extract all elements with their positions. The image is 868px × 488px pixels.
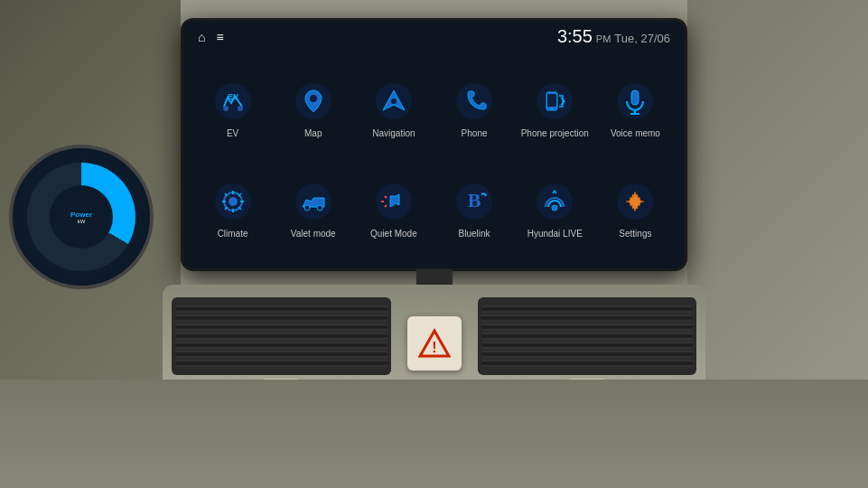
status-left: ⌂ ≡ <box>198 30 224 44</box>
phone-projection-icon <box>531 78 578 125</box>
vent-slat <box>175 342 387 349</box>
app-item-climate[interactable]: Climate <box>194 161 271 258</box>
left-vent-group <box>172 297 391 375</box>
screen-bezel: ⌂ ≡ 3:55 PM Tue, 27/06 EV <box>181 18 687 271</box>
phone-projection-label: Phone projection <box>521 128 589 139</box>
phone-label: Phone <box>462 128 488 139</box>
app-item-ev[interactable]: EV EV <box>194 60 271 157</box>
gauge-label: Power <box>70 211 92 219</box>
settings-label: Settings <box>619 229 651 239</box>
screen: ⌂ ≡ 3:55 PM Tue, 27/06 EV <box>183 21 685 268</box>
ev-icon: EV <box>210 78 257 125</box>
valet-mode-label: Valet mode <box>291 229 336 239</box>
hyundai-live-icon <box>531 178 578 225</box>
map-icon <box>290 78 337 125</box>
app-item-valet-mode[interactable]: Valet mode <box>275 161 351 258</box>
vent-slat <box>175 314 387 322</box>
app-item-voice-memo[interactable]: Voice memo <box>597 60 674 157</box>
gauge-unit: kW <box>78 219 86 224</box>
vent-slat <box>481 305 694 313</box>
voice-memo-icon <box>611 78 658 125</box>
bottom-console <box>0 380 868 488</box>
bluelink-label: Bluelink <box>459 229 490 239</box>
vent-slat <box>175 351 387 358</box>
svg-text:!: ! <box>432 340 436 355</box>
vent-slat <box>175 333 387 340</box>
svg-point-2 <box>223 106 229 111</box>
app-item-bluelink[interactable]: B Bluelink <box>435 161 512 258</box>
svg-point-31 <box>552 205 557 211</box>
svg-text:B: B <box>468 189 481 211</box>
ev-label: EV <box>227 128 238 139</box>
navigation-label: Navigation <box>372 128 415 139</box>
hazard-button[interactable]: ! <box>407 316 462 371</box>
vent-slat <box>481 333 694 340</box>
svg-point-23 <box>317 205 322 211</box>
svg-point-20 <box>229 197 238 206</box>
vent-slat <box>175 360 387 367</box>
svg-rect-12 <box>547 94 556 107</box>
hazard-area: ! <box>398 316 471 371</box>
navigation-icon <box>370 78 417 125</box>
voice-memo-label: Voice memo <box>611 128 660 139</box>
svg-line-26 <box>385 205 387 207</box>
svg-point-5 <box>310 95 317 102</box>
app-grid: EV EV <box>183 52 685 268</box>
bluelink-icon: B <box>451 178 498 225</box>
date-value: Tue, 27/06 <box>614 32 670 45</box>
app-item-navigation[interactable]: Navigation <box>355 60 432 157</box>
phone-icon <box>451 78 498 125</box>
status-bar: ⌂ ≡ 3:55 PM Tue, 27/06 <box>183 21 685 52</box>
svg-point-9 <box>456 83 492 119</box>
svg-point-22 <box>304 205 310 211</box>
app-item-settings[interactable]: Settings <box>597 161 674 258</box>
vent-slat <box>175 305 387 313</box>
svg-line-25 <box>385 196 387 198</box>
vent-slat <box>481 351 694 358</box>
map-label: Map <box>304 128 322 139</box>
app-item-quiet-mode[interactable]: Quiet Mode <box>355 161 432 258</box>
quiet-mode-label: Quiet Mode <box>370 229 417 239</box>
vent-slat <box>481 360 694 367</box>
vent-slat <box>481 342 694 349</box>
time-ampm: PM <box>596 33 611 44</box>
app-item-map[interactable]: Map <box>275 60 351 157</box>
quiet-mode-icon <box>370 178 417 225</box>
time-display: 3:55 PM Tue, 27/06 <box>557 26 670 47</box>
home-icon[interactable]: ⌂ <box>198 30 205 44</box>
svg-point-8 <box>391 99 397 104</box>
gauge-inner: Power kW <box>27 163 135 271</box>
hyundai-live-label: Hyundai LIVE <box>527 229 583 239</box>
svg-point-3 <box>238 106 243 111</box>
right-vent-group <box>478 297 697 375</box>
svg-point-13 <box>551 108 553 109</box>
time-value: 3:55 <box>557 26 593 47</box>
vent-slat <box>481 324 694 331</box>
settings-icon <box>611 178 658 225</box>
menu-icon[interactable]: ≡ <box>216 30 223 44</box>
valet-mode-icon <box>290 178 337 225</box>
climate-icon <box>210 178 257 225</box>
gauge-center: Power kW <box>50 185 113 249</box>
app-item-phone[interactable]: Phone <box>435 60 512 157</box>
vent-slat <box>481 314 694 322</box>
svg-rect-15 <box>631 90 639 105</box>
climate-label: Climate <box>218 229 248 239</box>
app-item-phone-projection[interactable]: Phone projection <box>517 60 593 157</box>
gauge-cluster: Power kW <box>9 145 154 289</box>
vent-slat <box>175 324 387 331</box>
app-item-hyundai-live[interactable]: Hyundai LIVE <box>517 161 593 258</box>
